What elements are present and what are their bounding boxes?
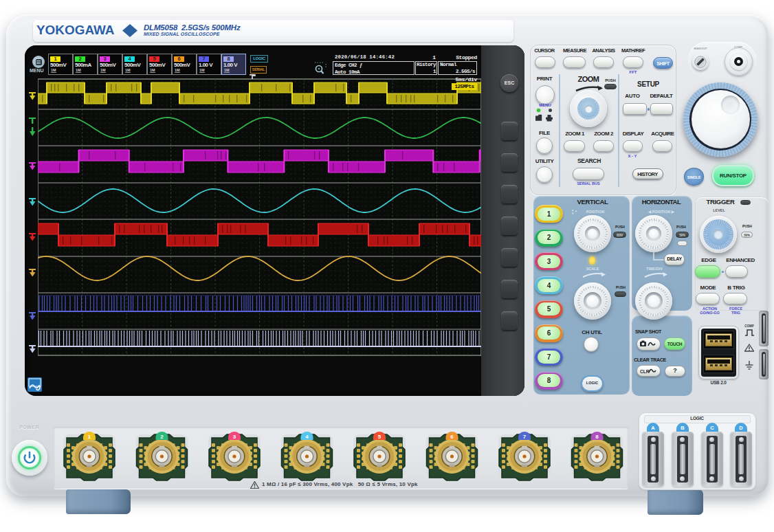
svg-text:D: D bbox=[740, 425, 744, 431]
svg-text:CLR: CLR bbox=[640, 369, 650, 374]
svg-text:3: 3 bbox=[233, 434, 236, 440]
svg-text:A: A bbox=[651, 425, 655, 431]
svg-text:4: 4 bbox=[305, 434, 309, 440]
svg-text:7: 7 bbox=[523, 434, 527, 440]
svg-text:2: 2 bbox=[160, 434, 164, 440]
svg-text:C: C bbox=[710, 425, 714, 431]
svg-text:8: 8 bbox=[595, 434, 599, 440]
svg-text:1: 1 bbox=[88, 434, 91, 440]
svg-text:B: B bbox=[681, 425, 685, 431]
svg-text:5: 5 bbox=[378, 434, 382, 440]
svg-text:6: 6 bbox=[450, 434, 454, 440]
